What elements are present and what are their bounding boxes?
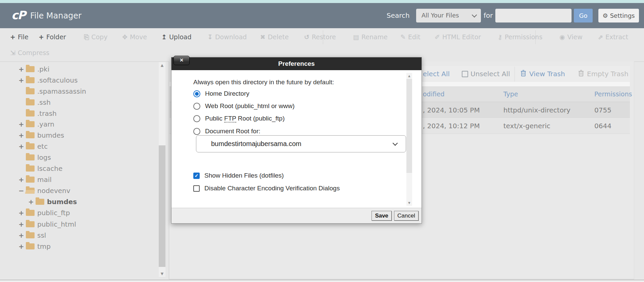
toolbar-upload-button[interactable]: ↥Upload [161, 28, 192, 46]
column-modified[interactable]: odified [423, 90, 445, 98]
view-trash-link[interactable]: View Trash [529, 70, 565, 78]
toolbar-compress-button[interactable]: ⇲Compress [10, 46, 49, 61]
tree-item-label: public_html [37, 220, 76, 228]
expand-toggle[interactable]: + [28, 198, 36, 206]
column-permissions[interactable]: Permissions [594, 90, 632, 98]
restore-icon: ↺ [304, 33, 309, 41]
tree-item-nodevenv-bumdes[interactable]: +bumdes [0, 196, 77, 207]
expand-toggle[interactable]: + [18, 209, 26, 217]
column-type[interactable]: Type [503, 90, 518, 98]
scrollbar-thumb[interactable] [159, 145, 165, 267]
tree-item-label: public_ftp [37, 209, 70, 217]
tree-item-logs[interactable]: logs [0, 152, 51, 163]
folder-icon [26, 110, 35, 116]
tree-item-pki[interactable]: +.pki [0, 63, 49, 75]
checkbox-unchecked-icon[interactable] [193, 185, 200, 192]
empty-trash-link[interactable]: Empty Trash [587, 70, 629, 78]
checkbox-checked-icon[interactable]: ✓ [193, 173, 200, 179]
toolbar-view-button[interactable]: ◉View [559, 28, 583, 46]
tree-item-ssh[interactable]: .ssh [0, 97, 51, 108]
expand-toggle[interactable]: + [18, 120, 26, 128]
toolbar-edit-button[interactable]: ✎Edit [400, 28, 420, 46]
toolbar-copy-button[interactable]: ⎘Copy [84, 28, 107, 46]
tree-item-tmp[interactable]: +tmp [0, 241, 51, 252]
toolbar-move-button[interactable]: ✥Move [122, 28, 147, 46]
show-hidden-files-checkbox[interactable]: ✓ Show Hidden Files (dotfiles) [193, 172, 284, 179]
expand-toggle[interactable]: + [18, 220, 26, 228]
tree-item-label: .yarn [37, 120, 54, 128]
scrollbar-thumb[interactable] [406, 79, 412, 173]
folder-icon [26, 143, 35, 149]
folder-icon [26, 66, 35, 72]
dialog-scrollbar[interactable]: ▲ ▼ [406, 73, 412, 206]
tree-scrollbar[interactable]: ▲ ▼ [159, 62, 165, 277]
go-button[interactable]: Go [574, 9, 593, 22]
settings-button[interactable]: ⚙Settings [598, 9, 639, 22]
tree-item-softaculous[interactable]: +.softaculous [0, 75, 78, 86]
toolbar-restore-button[interactable]: ↺Restore [304, 28, 336, 46]
toolbar-file-button[interactable]: +File [10, 28, 29, 46]
rename-icon: ▤ [353, 33, 359, 41]
radio-public-ftp-root[interactable]: Public FTP Root (public_ftp) [193, 115, 285, 122]
tree-item-label: lscache [37, 164, 62, 173]
radio-icon[interactable] [193, 128, 200, 135]
search-input[interactable] [495, 9, 572, 22]
toolbar-folder-button[interactable]: +Folder [39, 28, 66, 46]
trash-icon [521, 70, 526, 77]
expand-toggle[interactable]: + [18, 242, 26, 250]
tree-item-public-html[interactable]: +public_html [0, 219, 76, 230]
tree-item-label: logs [37, 153, 51, 161]
tree-item-bumdes[interactable]: +bumdes [0, 130, 64, 141]
folder-icon [26, 221, 35, 227]
toolbar-html-editor-button[interactable]: ✐HTML Editor [435, 28, 481, 46]
tree-item-lscache[interactable]: lscache [0, 163, 62, 174]
download-icon: ↧ [207, 33, 213, 41]
tree-item-trash[interactable]: .trash [0, 108, 57, 119]
radio-document-root[interactable]: Document Root for: [193, 128, 260, 135]
toolbar-download-button[interactable]: ↧Download [207, 28, 247, 46]
radio-web-root[interactable]: Web Root (public_html or www) [193, 102, 295, 110]
radio-home-directory[interactable]: Home Directory [193, 90, 249, 97]
expand-toggle[interactable]: + [18, 176, 26, 184]
cancel-button[interactable]: Cancel [394, 211, 418, 221]
scroll-up-icon[interactable]: ▲ [406, 74, 412, 78]
bottom-border-strip [0, 280, 644, 282]
disable-encoding-dialogs-checkbox[interactable]: Disable Character Encoding Verification … [193, 185, 340, 192]
tree-item-ssl[interactable]: +ssl [0, 230, 46, 241]
tree-item-public-ftp[interactable]: +public_ftp [0, 207, 70, 218]
expand-toggle[interactable]: + [18, 76, 26, 84]
tree-item-nodevenv[interactable]: −nodevenv [0, 185, 70, 196]
tree-item-yarn[interactable]: +.yarn [0, 119, 54, 130]
expand-toggle[interactable]: + [18, 231, 26, 239]
domain-select[interactable]: bumdestirtomajubersama.com [196, 135, 406, 152]
unselect-all-link[interactable]: Unselect All [470, 70, 510, 78]
expand-toggle[interactable]: + [18, 142, 26, 150]
edit-icon: ✎ [400, 33, 406, 41]
toolbar-rename-button[interactable]: ▤Rename [353, 28, 388, 46]
radio-selected-icon[interactable] [193, 90, 200, 97]
tree-item-label: mail [37, 176, 52, 184]
scroll-down-icon[interactable]: ▼ [159, 272, 165, 276]
scroll-down-icon[interactable]: ▼ [406, 201, 412, 205]
tree-item-label: bumdes [37, 131, 64, 139]
toolbar-permissions-button[interactable]: ⚷Permissions [498, 28, 542, 46]
expand-toggle[interactable]: + [18, 131, 26, 139]
close-icon[interactable]: ✕ [174, 56, 190, 65]
select-all-link[interactable]: elect All [423, 70, 450, 78]
tree-item-label: .trash [37, 109, 57, 117]
save-button[interactable]: Save [371, 211, 392, 221]
tree-item-etc[interactable]: +etc [0, 141, 48, 152]
radio-icon[interactable] [193, 115, 200, 122]
toolbar-delete-button[interactable]: ✖Delete [260, 28, 289, 46]
search-scope-select[interactable]: All Your Files [416, 9, 481, 22]
folder-icon [26, 121, 35, 127]
search-label: Search [387, 11, 410, 19]
toolbar-file-label: File [18, 33, 29, 41]
toolbar-extract-button[interactable]: ⇗Extract [598, 28, 628, 46]
tree-item-spamassassin[interactable]: .spamassassin [0, 86, 86, 97]
page-title: File Manager [30, 11, 82, 20]
scroll-up-icon[interactable]: ▲ [159, 63, 165, 67]
radio-icon[interactable] [193, 103, 200, 110]
expand-toggle[interactable]: + [18, 65, 26, 73]
tree-item-mail[interactable]: +mail [0, 174, 52, 185]
